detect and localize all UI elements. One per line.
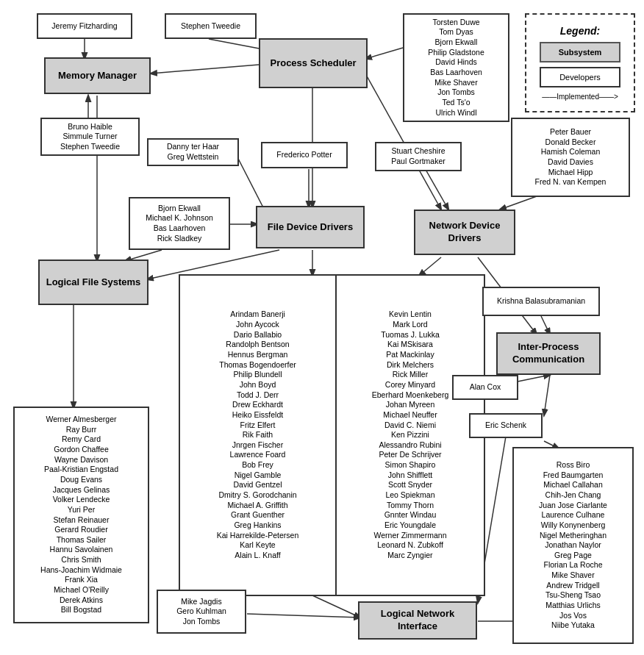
legend-title: Legend: bbox=[560, 24, 600, 37]
svg-line-14 bbox=[312, 595, 360, 618]
logical-file-systems-box: Logical File Systems bbox=[38, 260, 149, 305]
jeremy-box: Jeremy Fitzharding bbox=[37, 13, 132, 39]
stuart-group-box: Stuart Cheshire Paul Gortmaker bbox=[375, 142, 462, 171]
ross-group-box: Ross Biro Fred Baumgarten Michael Callah… bbox=[512, 447, 634, 644]
svg-line-18 bbox=[544, 375, 550, 415]
inter-process-box: Inter-Process Communication bbox=[496, 332, 601, 375]
kernel-devs-left-label: Arindam Banerji John Aycock Dario Ballab… bbox=[217, 309, 298, 560]
torsten-group-label: Torsten Duwe Tom Dyas Bjorn Ekwall Phili… bbox=[428, 18, 484, 118]
legend-box: Legend: Subsystem Developers ——Implement… bbox=[525, 13, 635, 112]
kernel-devs-right-box: Kevin Lentin Mark Lord Tuomas J. Lukka K… bbox=[337, 274, 485, 596]
frederico-box: Frederico Potter bbox=[261, 142, 348, 168]
danny-group-box: Danny ter Haar Greg Wettstein bbox=[147, 138, 239, 166]
legend-implemented: ——Implemented——> bbox=[542, 92, 618, 101]
bjorn-group-label: Bjorn Ekwall Michael K. Johnson Bas Laar… bbox=[146, 204, 213, 244]
stephen-tweedie-box: Stephen Tweedie bbox=[165, 13, 257, 39]
peter-group-label: Peter Bauer Donald Becker Hamish Coleman… bbox=[535, 127, 607, 187]
krishna-label: Krishna Balasubramanian bbox=[497, 296, 585, 307]
file-device-drivers-box: File Device Drivers bbox=[256, 206, 365, 248]
logical-file-systems-label: Logical File Systems bbox=[46, 276, 141, 289]
krishna-box: Krishna Balasubramanian bbox=[482, 287, 600, 316]
eric-schenk-label: Eric Schenk bbox=[485, 420, 526, 431]
jeremy-label: Jeremy Fitzharding bbox=[51, 21, 117, 32]
svg-line-10 bbox=[419, 257, 441, 276]
eric-schenk-box: Eric Schenk bbox=[469, 413, 543, 438]
file-device-drivers-label: File Device Drivers bbox=[268, 221, 353, 234]
legend-line-label: ——Implemented——> bbox=[542, 92, 618, 101]
bjorn-group-box: Bjorn Ekwall Michael K. Johnson Bas Laar… bbox=[129, 197, 230, 250]
stuart-group-label: Stuart Cheshire Paul Gortmaker bbox=[391, 146, 446, 166]
danny-group-label: Danny ter Haar Greg Wettstein bbox=[167, 142, 219, 162]
alan-cox-label: Alan Cox bbox=[470, 382, 501, 393]
mike-group-label: Mike Jagdis Gero Kuhlman Jon Tombs bbox=[176, 597, 226, 627]
werner-group-label: Werner Almesberger Ray Burr Remy Card Go… bbox=[40, 415, 122, 615]
svg-line-3 bbox=[151, 65, 259, 74]
memory-manager-label: Memory Manager bbox=[58, 70, 137, 82]
mike-group-box: Mike Jagdis Gero Kuhlman Jon Tombs bbox=[157, 590, 246, 634]
network-device-drivers-label: Network Device Drivers bbox=[415, 220, 514, 245]
network-device-drivers-box: Network Device Drivers bbox=[414, 210, 515, 255]
process-scheduler-box: Process Scheduler bbox=[259, 38, 368, 88]
legend-subsystem-label: Subsystem bbox=[559, 47, 602, 57]
memory-manager-box: Memory Manager bbox=[44, 57, 151, 94]
legend-developers: Developers bbox=[540, 67, 620, 87]
svg-line-24 bbox=[500, 196, 537, 210]
svg-line-2 bbox=[365, 48, 403, 59]
kernel-devs-right-label: Kevin Lentin Mark Lord Tuomas J. Lukka K… bbox=[372, 309, 448, 560]
logical-network-box: Logical Network Interface bbox=[358, 601, 477, 640]
alan-cox-box: Alan Cox bbox=[452, 375, 518, 400]
inter-process-label: Inter-Process Communication bbox=[498, 341, 599, 366]
bruno-group-label: Bruno Haible Simmule Turner Stephen Twee… bbox=[60, 122, 120, 152]
peter-group-box: Peter Bauer Donald Becker Hamish Coleman… bbox=[511, 118, 630, 197]
svg-line-15 bbox=[247, 614, 360, 618]
frederico-label: Frederico Potter bbox=[276, 150, 332, 160]
bruno-group-box: Bruno Haible Simmule Turner Stephen Twee… bbox=[40, 118, 140, 156]
ross-group-label: Ross Biro Fred Baumgarten Michael Callah… bbox=[539, 460, 607, 631]
legend-subsystem: Subsystem bbox=[540, 42, 620, 62]
process-scheduler-label: Process Scheduler bbox=[270, 57, 356, 70]
werner-group-box: Werner Almesberger Ray Burr Remy Card Go… bbox=[13, 407, 149, 623]
kernel-devs-left-box: Arindam Banerji John Aycock Dario Ballab… bbox=[179, 274, 337, 596]
torsten-group-box: Torsten Duwe Tom Dyas Bjorn Ekwall Phili… bbox=[403, 13, 509, 122]
diagram: Jeremy Fitzharding Stephen Tweedie Torst… bbox=[0, 0, 644, 655]
legend-developers-label: Developers bbox=[559, 72, 601, 82]
logical-network-label: Logical Network Interface bbox=[359, 608, 476, 633]
stephen-tweedie-label: Stephen Tweedie bbox=[181, 21, 240, 32]
